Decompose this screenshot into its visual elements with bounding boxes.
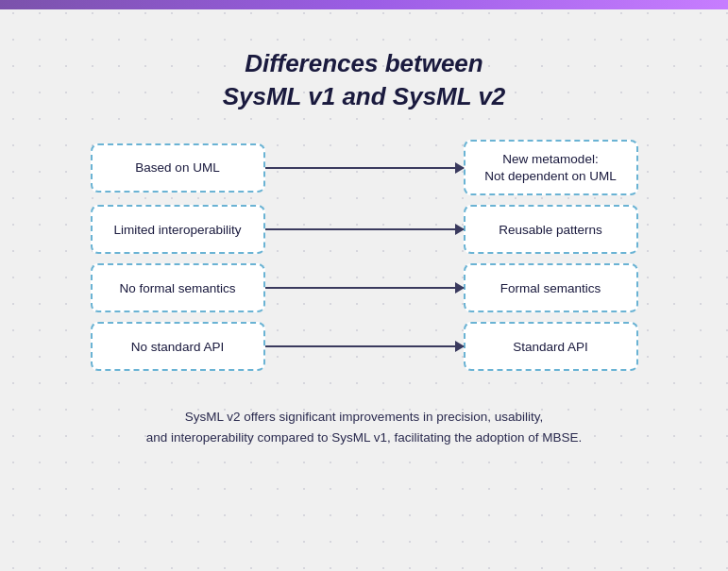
arrow-line-3 bbox=[265, 287, 464, 289]
page-title: Differences between SysML v1 and SysML v… bbox=[223, 47, 506, 113]
comparison-row: Based on UML New metamodel:Not dependent… bbox=[91, 140, 638, 195]
arrow-line-4 bbox=[265, 345, 464, 347]
v2-box-uml: New metamodel:Not dependent on UML bbox=[464, 140, 638, 195]
comparison-row: No formal semantics Formal semantics bbox=[91, 263, 638, 312]
page-wrapper: Differences between SysML v1 and SysML v… bbox=[0, 0, 728, 571]
arrow-4 bbox=[265, 345, 464, 347]
footer-line2: and interoperability compared to SysML v… bbox=[146, 428, 583, 448]
v2-box-api: Standard API bbox=[464, 322, 638, 371]
comparison-row: Limited interoperability Reusable patter… bbox=[91, 205, 638, 254]
arrow-2 bbox=[265, 228, 464, 230]
v1-box-interop: Limited interoperability bbox=[91, 205, 265, 254]
footer-text: SysML v2 offers significant improvements… bbox=[146, 407, 583, 447]
arrow-line-1 bbox=[265, 167, 464, 169]
v2-box-interop: Reusable patterns bbox=[464, 205, 638, 254]
footer-line1: SysML v2 offers significant improvements… bbox=[146, 407, 583, 428]
v2-box-semantics: Formal semantics bbox=[464, 263, 638, 312]
arrow-3 bbox=[265, 287, 464, 289]
arrow-1 bbox=[265, 167, 464, 169]
v1-box-uml: Based on UML bbox=[91, 143, 265, 193]
v1-box-semantics: No formal semantics bbox=[91, 263, 265, 312]
comparison-diagram: Based on UML New metamodel:Not dependent… bbox=[91, 140, 638, 371]
v1-box-api: No standard API bbox=[91, 322, 265, 371]
arrow-line-2 bbox=[265, 228, 464, 230]
comparison-row: No standard API Standard API bbox=[91, 322, 638, 371]
